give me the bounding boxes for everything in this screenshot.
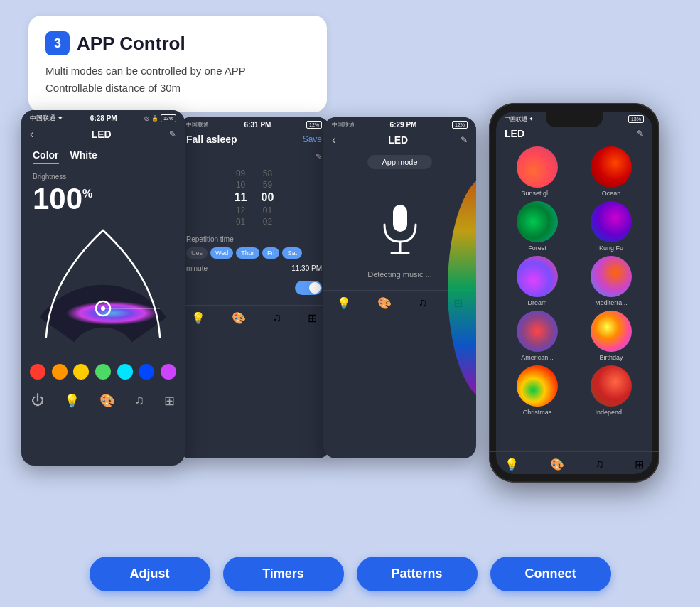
s3-side-gradient (448, 174, 476, 402)
s2-day-thur[interactable]: Thur (236, 247, 259, 259)
independ-circle (591, 365, 632, 407)
s2-m02: 02 (263, 217, 272, 227)
s1-back-icon[interactable]: ‹ (30, 128, 33, 141)
mode-dream[interactable]: Dream (503, 256, 571, 306)
app-control-title: APP Control (77, 33, 185, 55)
s3-back-icon[interactable]: ‹ (332, 134, 335, 146)
s2-time-picker[interactable]: 09 10 11 12 01 58 59 00 01 02 (186, 164, 322, 231)
mode-forest[interactable]: Forest (503, 201, 571, 252)
mode-mediter[interactable]: Mediterra... (577, 256, 645, 306)
screens-row: 中国联通 ✦ 6:28 PM ◎ 🔒 13% ‹ LED ✎ Color Whi… (21, 110, 659, 483)
american-label: American... (521, 354, 554, 361)
s2-time: 6:31 PM (244, 121, 271, 129)
s1-bottom-nav: ⏻ 💡 🎨 ♫ ⊞ (21, 387, 185, 414)
s2-status-icons: 12% (306, 121, 322, 129)
s2-m58: 58 (263, 168, 272, 178)
s4-music-icon[interactable]: ♫ (595, 458, 603, 471)
s3-palette-icon[interactable]: 🎨 (377, 296, 392, 310)
mode-independ[interactable]: Independ... (577, 365, 645, 416)
s1-grid-icon[interactable]: ⊞ (164, 393, 175, 409)
s4-status-icons: 13% (628, 115, 644, 123)
s4-edit-icon[interactable]: ✎ (637, 129, 644, 139)
s1-time: 6:28 PM (90, 114, 117, 122)
s1-power-icon[interactable]: ⏻ (31, 393, 44, 409)
color-dot-green[interactable] (95, 364, 111, 380)
mode-sunset[interactable]: Sunset gl... (503, 146, 571, 197)
dream-circle (517, 256, 558, 297)
s4-battery: 13% (628, 115, 644, 123)
s1-brightness-value: 100% (33, 182, 173, 216)
phones-area: 中国联通 ✦ 6:28 PM ◎ 🔒 13% ‹ LED ✎ Color Whi… (21, 110, 700, 483)
s1-color-tab[interactable]: Color (33, 149, 59, 164)
s4-grid-icon[interactable]: ⊞ (635, 458, 644, 471)
connect-button[interactable]: Connect (490, 557, 611, 591)
s2-days-row: Ues Wed Thur Fri Sat (186, 247, 322, 259)
s2-bulb-icon[interactable]: 💡 (191, 311, 205, 325)
s1-lock-icon: 🔒 (151, 115, 158, 122)
s2-m59: 59 (263, 180, 272, 190)
timers-button[interactable]: Timers (223, 557, 344, 591)
s2-end-value: 11:30 PM (291, 264, 322, 272)
mode-christmas[interactable]: Christmas (503, 365, 571, 416)
s1-carrier: 中国联通 ✦ (30, 114, 63, 123)
s4-palette-icon[interactable]: 🎨 (550, 458, 564, 471)
screen3: 中国联通 6:29 PM 12% ‹ LED ✎ App mode (323, 117, 476, 458)
kungfu-label: Kung Fu (599, 245, 623, 252)
s2-content: ✎ 09 10 11 12 01 58 59 00 01 02 (178, 148, 330, 299)
color-dot-red[interactable] (30, 364, 45, 380)
s3-bulb-icon[interactable]: 💡 (337, 296, 351, 310)
s1-nav-bar: ‹ LED ✎ (21, 125, 185, 144)
mediter-label: Mediterra... (595, 299, 628, 306)
sunset-label: Sunset gl... (521, 190, 553, 197)
s1-white-tab[interactable]: White (70, 149, 97, 164)
s2-battery: 12% (306, 121, 322, 129)
s4-modes-grid: Sunset gl... Ocean Forest (503, 146, 645, 416)
s3-app-mode[interactable]: App mode (367, 155, 431, 169)
mode-american[interactable]: American... (503, 311, 571, 361)
s2-h11: 11 (235, 191, 247, 204)
color-wheel[interactable] (36, 216, 171, 351)
american-circle (517, 311, 558, 352)
s1-mode-row: Color White (33, 149, 173, 164)
s2-day-ues[interactable]: Ues (186, 247, 208, 259)
forest-circle (517, 201, 558, 242)
color-dot-cyan[interactable] (117, 364, 133, 380)
screen2: 中国联通 6:31 PM 12% Fall asleep Save ✎ 09 1… (178, 117, 330, 458)
christmas-label: Christmas (523, 409, 552, 416)
screen4: 中国联通 ✦ 6:28 PM 13% LED ✎ (496, 112, 652, 474)
patterns-button[interactable]: Patterns (357, 557, 478, 591)
s2-day-sat[interactable]: Sat (282, 247, 302, 259)
s3-detecting-label: Detecting music ... (367, 270, 431, 279)
adjust-button[interactable]: Adjust (90, 557, 210, 591)
s3-music-icon[interactable]: ♫ (419, 296, 427, 310)
color-dot-orange[interactable] (52, 364, 68, 380)
s2-day-wed[interactable]: Wed (210, 247, 233, 259)
s3-time: 6:29 PM (390, 121, 417, 129)
s1-bulb-icon[interactable]: 💡 (64, 393, 80, 409)
s4-nav-title: LED (505, 128, 524, 139)
s4-bulb-icon[interactable]: 💡 (505, 458, 519, 471)
s3-status-icons: 12% (452, 121, 468, 129)
mode-kungfu[interactable]: Kung Fu (577, 201, 645, 252)
s1-palette-icon[interactable]: 🎨 (99, 393, 115, 409)
color-dot-blue[interactable] (139, 364, 154, 380)
info-title: 3 APP Control (45, 31, 306, 55)
s2-h12: 12 (236, 205, 245, 215)
s2-save-btn[interactable]: Save (303, 134, 322, 144)
mode-ocean[interactable]: Ocean (577, 146, 645, 197)
s2-grid-icon[interactable]: ⊞ (308, 311, 317, 325)
dream-label: Dream (527, 299, 546, 306)
s1-music-icon[interactable]: ♫ (135, 393, 145, 409)
s2-toggle[interactable] (295, 281, 322, 295)
color-dot-purple[interactable] (161, 364, 176, 380)
s2-day-fri[interactable]: Fri (262, 247, 280, 259)
s2-edit-row[interactable]: ✎ (186, 152, 322, 161)
s1-signal-icon: ◎ (144, 115, 149, 122)
s3-edit-icon[interactable]: ✎ (461, 135, 468, 145)
s2-music-icon[interactable]: ♫ (273, 311, 281, 325)
s1-edit-icon[interactable]: ✎ (169, 129, 176, 139)
mode-birthday[interactable]: Birthday (577, 311, 645, 361)
s2-palette-icon[interactable]: 🎨 (232, 311, 246, 325)
s2-h01: 01 (236, 217, 245, 227)
color-dot-yellow[interactable] (73, 364, 89, 380)
